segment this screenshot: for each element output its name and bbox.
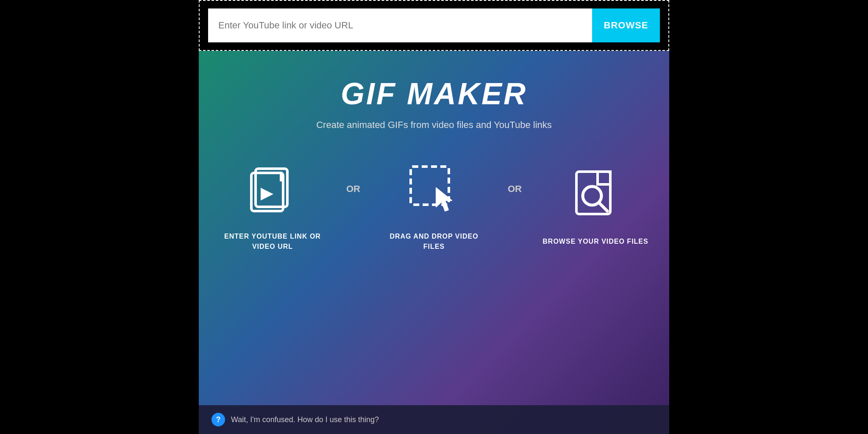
browse-button[interactable]: BROWSE xyxy=(592,8,660,42)
option-drag-drop[interactable]: DRAG AND DROP VIDEOFILES xyxy=(377,160,491,252)
svg-marker-2 xyxy=(261,188,273,200)
option-browse[interactable]: BROWSE YOUR VIDEO FILES xyxy=(539,165,652,247)
or-divider-1: OR xyxy=(346,184,360,228)
option-youtube-link[interactable]: ENTER YOUTUBE LINK ORVIDEO URL xyxy=(216,160,329,252)
url-input[interactable] xyxy=(208,8,592,42)
main-content: GIF MAKER Create animated GIFs from vide… xyxy=(199,51,669,434)
option-dragdrop-label: DRAG AND DROP VIDEOFILES xyxy=(389,231,478,252)
page-subtitle: Create animated GIFs from video files an… xyxy=(316,120,552,131)
footer-help-text[interactable]: Wait, I'm confused. How do I use this th… xyxy=(231,415,379,424)
url-bar-container: BROWSE xyxy=(208,8,660,42)
video-file-icon xyxy=(243,160,302,220)
browse-file-icon xyxy=(566,165,625,225)
or-divider-2: OR xyxy=(508,184,522,228)
options-row: ENTER YOUTUBE LINK ORVIDEO URL OR DRAG A… xyxy=(216,160,652,252)
page-title: GIF MAKER xyxy=(341,76,527,111)
footer-bar: ? Wait, I'm confused. How do I use this … xyxy=(199,405,669,434)
help-icon[interactable]: ? xyxy=(211,413,225,426)
drag-drop-icon xyxy=(404,160,464,220)
option-browse-label: BROWSE YOUR VIDEO FILES xyxy=(542,236,648,247)
url-bar-section: BROWSE xyxy=(199,0,669,51)
option-youtube-label: ENTER YOUTUBE LINK ORVIDEO URL xyxy=(224,231,321,252)
svg-line-7 xyxy=(599,203,607,211)
